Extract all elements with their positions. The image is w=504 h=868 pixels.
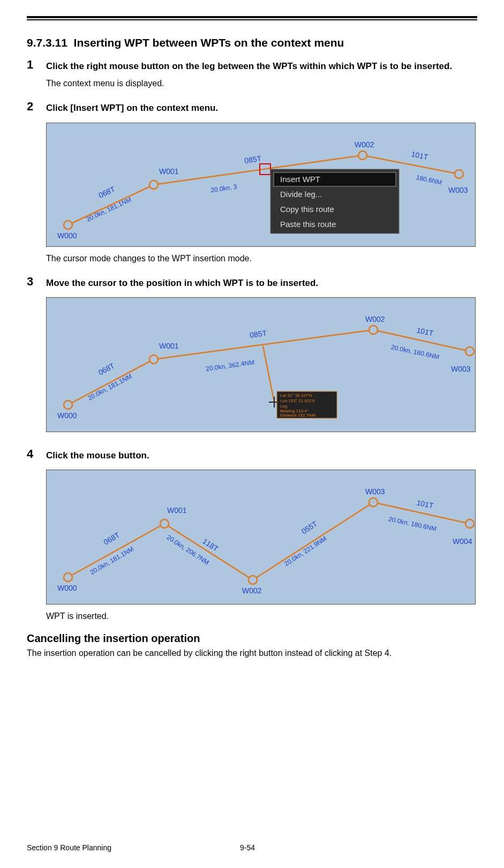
svg-text:W000: W000 (57, 584, 77, 592)
svg-text:W002: W002 (365, 315, 385, 323)
leg-2-label: 101T 20.0kn, 180.6NM (390, 321, 445, 361)
step-main-text: Move the cursor to the position in which… (46, 275, 477, 292)
svg-text:180.6NM: 180.6NM (416, 173, 443, 186)
step-main-text: Click the right mouse button on the leg … (46, 58, 477, 75)
wpt-w004: W004 (453, 519, 474, 546)
svg-text:W001: W001 (159, 342, 179, 350)
context-menu-paste-route[interactable]: Paste this route (280, 220, 336, 229)
svg-text:20.0kn, 362.4NM: 20.0kn, 362.4NM (205, 358, 254, 373)
svg-point-17 (64, 401, 72, 409)
step-note-after: The cursor mode changes to the WPT inser… (46, 252, 477, 265)
leg-1-label: 085T 20.0kn, 3 (207, 154, 266, 194)
svg-text:20.0kn, 221.9NM: 20.0kn, 221.9NM (283, 535, 328, 568)
svg-point-21 (369, 326, 378, 334)
svg-text:Lon 153°  21.822'E: Lon 153° 21.822'E (280, 398, 315, 403)
leg-0-label: 068T 20.0kn, 181.1NM (78, 356, 133, 402)
step-body: Click [Insert WPT] on the context menu. … (46, 100, 477, 265)
svg-text:W003: W003 (451, 365, 471, 373)
step-body: Move the cursor to the position in which… (46, 275, 477, 437)
svg-point-0 (64, 221, 72, 229)
footer-page: 9-54 (240, 843, 255, 852)
cancel-body: The insertion operation can be cancelled… (27, 647, 477, 660)
svg-text:Lat  31°  30.167'N: Lat 31° 30.167'N (280, 393, 312, 398)
svg-point-6 (455, 170, 463, 178)
svg-point-4 (358, 151, 367, 160)
svg-text:20.0kn, 181.1NM: 20.0kn, 181.1NM (89, 545, 135, 576)
figure-3: W000 W001 W002 W003 W004 068T 20.0kn, 18… (46, 470, 477, 605)
svg-text:20.0kn, 180.6NM: 20.0kn, 180.6NM (390, 343, 440, 361)
step-main-text: Click the mouse button. (46, 447, 477, 464)
step-number: 3 (27, 275, 46, 437)
svg-text:Leg: Leg (280, 404, 287, 409)
svg-text:W003: W003 (365, 487, 385, 496)
step-3: 3 Move the cursor to the position in whi… (27, 275, 477, 437)
svg-text:085T: 085T (249, 329, 267, 339)
figure-2: W000 W001 W002 W003 068T 20.0kn, 181.1NM… (46, 297, 477, 432)
step-number: 1 (27, 58, 46, 90)
context-menu-divide-leg[interactable]: Divide leg... (280, 190, 322, 199)
svg-text:068T: 068T (102, 531, 122, 547)
steps-list: 1 Click the right mouse button on the le… (27, 58, 477, 623)
top-rule (27, 16, 477, 20)
cursor-info-box: Lat 31° 30.167'N Lon 153° 21.822'E Leg B… (277, 391, 337, 418)
footer-section: Section 9 Route Planning (27, 843, 111, 852)
leg-2-label: 055T 20.0kn, 221.9NM (273, 519, 329, 568)
svg-text:068T: 068T (97, 184, 117, 199)
svg-text:W000: W000 (57, 231, 77, 240)
svg-text:W004: W004 (453, 537, 472, 546)
step-note-after: WPT is inserted. (46, 610, 477, 623)
svg-point-47 (465, 519, 474, 528)
wpt-w003: W003 (451, 347, 474, 373)
leg-0-label: 068T 20.0kn, 181.1NM (78, 180, 132, 223)
svg-point-45 (369, 498, 378, 507)
svg-text:W002: W002 (242, 586, 262, 595)
svg-text:W000: W000 (57, 411, 77, 420)
svg-text:Distance 232.7NM: Distance 232.7NM (280, 413, 315, 418)
svg-text:20.0kn, 181.1NM: 20.0kn, 181.1NM (87, 372, 133, 402)
leg-1-label: 085T 20.0kn, 362.4NM (201, 329, 271, 373)
step-1: 1 Click the right mouse button on the le… (27, 58, 477, 90)
cancel-heading: Cancelling the insertion operation (27, 632, 477, 645)
step-2: 2 Click [Insert WPT] on the context menu… (27, 100, 477, 265)
context-menu: Insert WPT Divide leg... Copy this route… (270, 169, 399, 233)
page: 9.7.3.11 Inserting WPT between WPTs on t… (0, 0, 504, 868)
step-note-text: The context menu is displayed. (46, 77, 477, 90)
svg-point-43 (249, 576, 257, 584)
wpt-w000: W000 (57, 221, 77, 240)
section-title: Inserting WPT between WPTs on the contex… (74, 36, 344, 49)
context-menu-insert-wpt[interactable]: Insert WPT (280, 175, 320, 184)
svg-point-19 (149, 355, 158, 364)
context-menu-copy-route[interactable]: Copy this route (280, 205, 334, 214)
wpt-w001: W001 (149, 342, 179, 364)
svg-line-16 (263, 346, 274, 402)
step-number: 4 (27, 447, 46, 623)
wpt-w000: W000 (57, 573, 77, 592)
svg-text:118T: 118T (201, 537, 220, 553)
svg-text:W003: W003 (448, 186, 468, 194)
svg-text:101T: 101T (410, 149, 429, 161)
wpt-w000: W000 (57, 401, 77, 420)
page-footer: Section 9 Route Planning 9-54 (27, 843, 477, 852)
svg-text:W002: W002 (355, 140, 374, 149)
svg-text:W001: W001 (167, 506, 187, 515)
leg-3-label: 101T 20.0kn, 180.6NM (388, 493, 442, 533)
wpt-w003: W003 (448, 170, 468, 194)
wpt-w001: W001 (160, 506, 187, 528)
wpt-w001: W001 (149, 167, 179, 189)
svg-point-2 (149, 180, 158, 189)
svg-text:20.0kn, 180.6NM: 20.0kn, 180.6NM (388, 515, 437, 533)
svg-text:20.0kn, 181.1NM: 20.0kn, 181.1NM (85, 195, 133, 223)
step-body: Click the mouse button. W000 W001 W002 W… (46, 447, 477, 623)
svg-text:085T: 085T (244, 154, 262, 164)
svg-text:068T: 068T (97, 361, 116, 376)
leg-1-label: 118T 20.0kn, 206.7NM (166, 519, 221, 567)
svg-text:101T: 101T (416, 326, 434, 337)
svg-text:20.0kn, 3: 20.0kn, 3 (210, 183, 237, 194)
svg-text:W001: W001 (159, 167, 179, 176)
step-body: Click the right mouse button on the leg … (46, 58, 477, 90)
svg-text:055T: 055T (300, 519, 319, 536)
step-main-text: Click [Insert WPT] on the context menu. (46, 100, 477, 117)
svg-point-39 (64, 573, 72, 582)
leg-0-label: 068T 20.0kn, 181.1NM (79, 528, 135, 576)
wpt-w002: W002 (242, 576, 262, 595)
